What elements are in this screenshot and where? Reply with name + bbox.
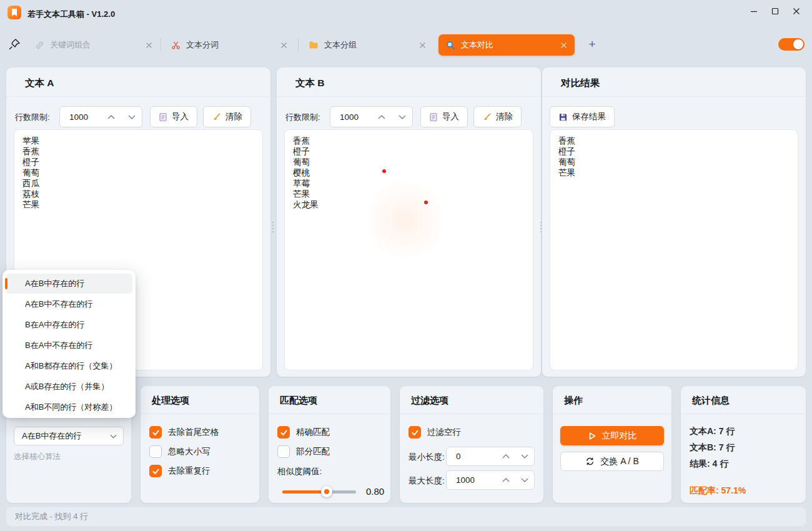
spinner-down-button[interactable]	[121, 107, 142, 127]
clear-button-b[interactable]: 清除	[473, 106, 522, 127]
chevron-down-icon	[521, 454, 528, 459]
spinner-value: 1000	[330, 112, 371, 122]
text-line: 樱桃	[293, 167, 525, 178]
algorithm-dropdown-menu: A在B中存在的行 A在B中不存在的行 B在A中存在的行 B在A中不存在的行 A和…	[2, 270, 136, 418]
close-icon	[419, 42, 426, 49]
panel-splitter[interactable]	[270, 69, 275, 375]
algorithm-selected-value: A在B中存在的行	[14, 430, 110, 442]
theme-toggle[interactable]	[778, 38, 805, 51]
swap-refresh-icon	[585, 457, 595, 466]
option-trim-whitespace[interactable]: 去除首尾空格	[149, 426, 219, 439]
tab-close-button[interactable]	[419, 42, 426, 49]
checkbox[interactable]	[408, 426, 421, 439]
checkbox[interactable]	[149, 445, 162, 458]
maximize-icon	[771, 7, 779, 15]
document-icon	[159, 112, 167, 122]
menu-item-b-in-a[interactable]: B在A中存在的行	[6, 315, 132, 335]
import-label: 导入	[442, 111, 459, 122]
tab-divider	[298, 38, 299, 51]
stats-title: 统计信息	[692, 395, 730, 407]
play-icon	[588, 432, 597, 440]
max-length-spinner[interactable]: 1000	[446, 470, 535, 490]
tab-text-compare-active[interactable]: 文本对比	[438, 34, 575, 56]
close-icon	[793, 7, 800, 15]
similarity-slider[interactable]	[282, 488, 356, 495]
bookmark-icon	[11, 8, 18, 17]
close-icon	[146, 42, 152, 49]
close-button[interactable]	[786, 2, 807, 20]
checkbox[interactable]	[149, 465, 162, 477]
tab-close-button[interactable]	[560, 42, 567, 49]
checkbox[interactable]	[277, 426, 290, 439]
min-length-spinner[interactable]: 0	[446, 447, 535, 466]
panel-filter-options: 过滤选项 过滤空行 最小长度: 0 最大长度: 1000	[400, 386, 543, 503]
swap-ab-button[interactable]: 交换 A / B	[560, 452, 664, 471]
option-partial-match[interactable]: 部分匹配	[277, 445, 330, 458]
result-text-area[interactable]: 香蕉 橙子 葡萄 芒果	[550, 129, 798, 370]
slider-knob[interactable]	[321, 486, 332, 497]
option-filter-empty-lines[interactable]: 过滤空行	[408, 426, 461, 439]
text-line: 香蕉	[293, 136, 525, 146]
panel-b-title: 文本 B	[295, 77, 325, 90]
text-line: 芒果	[558, 167, 790, 178]
checkbox-label: 去除首尾空格	[168, 427, 219, 438]
save-result-button[interactable]: 保存结果	[550, 106, 615, 127]
tab-close-button[interactable]	[280, 42, 287, 49]
tab-close-button[interactable]	[146, 42, 152, 49]
link-icon	[35, 41, 44, 50]
menu-item-a-not-in-b[interactable]: A在B中不存在的行	[6, 294, 132, 314]
close-icon	[280, 42, 287, 49]
pin-tabs-button[interactable]	[6, 36, 22, 52]
actions-title: 操作	[564, 395, 583, 407]
text-line: 葡萄	[558, 157, 790, 167]
result-panel-title: 对比结果	[561, 77, 600, 90]
spinner-down-button[interactable]	[515, 471, 534, 489]
document-icon	[429, 112, 438, 122]
menu-item-union[interactable]: A或B存在的行（并集）	[6, 377, 132, 397]
import-button-b[interactable]: 导入	[420, 106, 468, 127]
tab-keyword-combo[interactable]: 关键词组合	[27, 34, 160, 56]
line-limit-label: 行数限制:	[15, 112, 50, 123]
checkbox-label: 去除重复行	[168, 465, 210, 477]
spinner-up-button[interactable]	[497, 471, 515, 489]
stat-text-b-count: 文本B: 7 行	[690, 442, 735, 454]
text-line: 葡萄	[22, 167, 254, 178]
menu-item-intersection[interactable]: A和B都存在的行（交集）	[6, 356, 132, 376]
menu-item-symmetric-diff[interactable]: A和B不同的行（对称差）	[6, 397, 132, 417]
text-line: 苹果	[22, 136, 254, 146]
spinner-up-button[interactable]	[101, 107, 121, 127]
option-ignore-case[interactable]: 忽略大小写	[149, 445, 210, 458]
checkbox[interactable]	[149, 426, 162, 439]
close-icon	[560, 42, 567, 49]
spinner-down-button[interactable]	[515, 447, 534, 465]
checkbox[interactable]	[277, 445, 290, 458]
min-length-label: 最小长度:	[408, 452, 445, 463]
clear-button-a[interactable]: 清除	[203, 106, 251, 127]
brush-icon	[212, 112, 221, 122]
line-limit-spinner-a[interactable]: 1000	[59, 106, 142, 127]
text-line: 荔枝	[22, 189, 254, 199]
add-tab-button[interactable]: +	[583, 36, 601, 53]
import-button-a[interactable]: 导入	[150, 106, 197, 127]
minimize-button[interactable]	[743, 2, 765, 20]
tab-label: 文本分组	[324, 39, 414, 51]
option-exact-match[interactable]: 精确匹配	[277, 426, 330, 439]
tab-text-group[interactable]: 文本分组	[301, 34, 433, 56]
menu-item-a-in-b[interactable]: A在B中存在的行	[6, 274, 132, 294]
chevron-up-icon	[107, 115, 115, 119]
spinner-down-button[interactable]	[392, 107, 412, 127]
maximize-button[interactable]	[765, 2, 786, 20]
spinner-up-button[interactable]	[371, 107, 392, 127]
slider-fill	[282, 490, 327, 494]
compare-now-button[interactable]: 立即对比	[560, 426, 664, 445]
option-dedupe-lines[interactable]: 去除重复行	[149, 465, 210, 477]
algorithm-caption: 选择核心算法	[14, 452, 61, 462]
menu-item-b-not-in-a[interactable]: B在A中不存在的行	[6, 335, 132, 355]
line-limit-label: 行数限制:	[285, 112, 320, 123]
line-limit-spinner-b[interactable]: 1000	[330, 106, 413, 127]
algorithm-select[interactable]: A在B中存在的行	[14, 427, 124, 445]
chevron-up-icon	[502, 478, 510, 482]
red-marker-dot	[424, 201, 428, 204]
tab-text-segment[interactable]: 文本分词	[164, 34, 295, 56]
spinner-up-button[interactable]	[497, 447, 515, 465]
